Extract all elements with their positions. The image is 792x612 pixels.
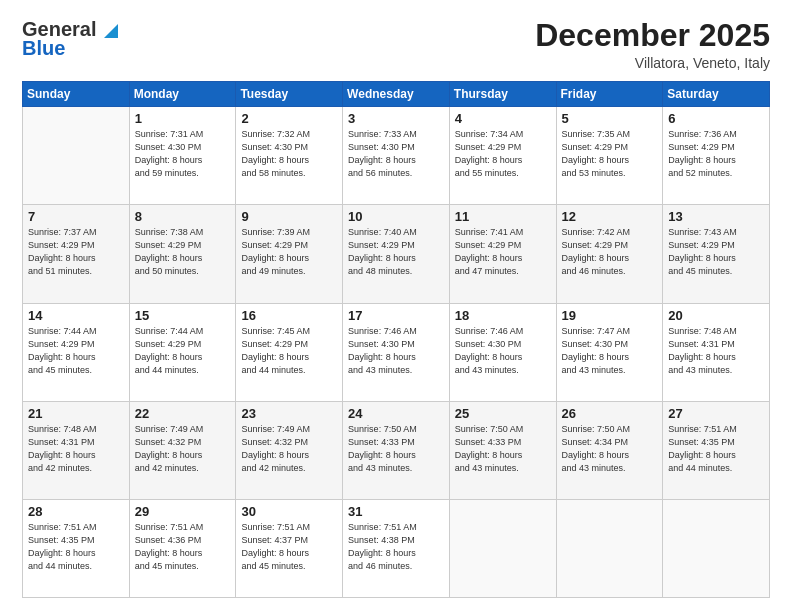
- calendar-cell: 23Sunrise: 7:49 AM Sunset: 4:32 PM Dayli…: [236, 401, 343, 499]
- day-info: Sunrise: 7:51 AM Sunset: 4:35 PM Dayligh…: [668, 423, 764, 475]
- day-info: Sunrise: 7:38 AM Sunset: 4:29 PM Dayligh…: [135, 226, 231, 278]
- day-info: Sunrise: 7:31 AM Sunset: 4:30 PM Dayligh…: [135, 128, 231, 180]
- calendar-cell: 8Sunrise: 7:38 AM Sunset: 4:29 PM Daylig…: [129, 205, 236, 303]
- day-number: 23: [241, 406, 337, 421]
- calendar-cell: 4Sunrise: 7:34 AM Sunset: 4:29 PM Daylig…: [449, 107, 556, 205]
- calendar-cell: 24Sunrise: 7:50 AM Sunset: 4:33 PM Dayli…: [343, 401, 450, 499]
- day-number: 1: [135, 111, 231, 126]
- day-info: Sunrise: 7:48 AM Sunset: 4:31 PM Dayligh…: [668, 325, 764, 377]
- calendar-cell: 27Sunrise: 7:51 AM Sunset: 4:35 PM Dayli…: [663, 401, 770, 499]
- day-number: 30: [241, 504, 337, 519]
- day-number: 4: [455, 111, 551, 126]
- calendar-cell: 18Sunrise: 7:46 AM Sunset: 4:30 PM Dayli…: [449, 303, 556, 401]
- day-number: 13: [668, 209, 764, 224]
- calendar-cell: 3Sunrise: 7:33 AM Sunset: 4:30 PM Daylig…: [343, 107, 450, 205]
- calendar-cell: [23, 107, 130, 205]
- day-info: Sunrise: 7:49 AM Sunset: 4:32 PM Dayligh…: [135, 423, 231, 475]
- calendar-header-monday: Monday: [129, 82, 236, 107]
- day-info: Sunrise: 7:42 AM Sunset: 4:29 PM Dayligh…: [562, 226, 658, 278]
- day-number: 25: [455, 406, 551, 421]
- day-number: 12: [562, 209, 658, 224]
- day-info: Sunrise: 7:36 AM Sunset: 4:29 PM Dayligh…: [668, 128, 764, 180]
- calendar-cell: 29Sunrise: 7:51 AM Sunset: 4:36 PM Dayli…: [129, 499, 236, 597]
- calendar-cell: 7Sunrise: 7:37 AM Sunset: 4:29 PM Daylig…: [23, 205, 130, 303]
- calendar-cell: 22Sunrise: 7:49 AM Sunset: 4:32 PM Dayli…: [129, 401, 236, 499]
- day-number: 6: [668, 111, 764, 126]
- calendar-cell: [663, 499, 770, 597]
- day-info: Sunrise: 7:50 AM Sunset: 4:33 PM Dayligh…: [348, 423, 444, 475]
- calendar-cell: 17Sunrise: 7:46 AM Sunset: 4:30 PM Dayli…: [343, 303, 450, 401]
- day-info: Sunrise: 7:35 AM Sunset: 4:29 PM Dayligh…: [562, 128, 658, 180]
- calendar-cell: 5Sunrise: 7:35 AM Sunset: 4:29 PM Daylig…: [556, 107, 663, 205]
- calendar-cell: 31Sunrise: 7:51 AM Sunset: 4:38 PM Dayli…: [343, 499, 450, 597]
- page: General Blue December 2025 Villatora, Ve…: [0, 0, 792, 612]
- day-info: Sunrise: 7:37 AM Sunset: 4:29 PM Dayligh…: [28, 226, 124, 278]
- logo: General Blue: [22, 18, 118, 60]
- calendar-header-thursday: Thursday: [449, 82, 556, 107]
- calendar-cell: 13Sunrise: 7:43 AM Sunset: 4:29 PM Dayli…: [663, 205, 770, 303]
- day-info: Sunrise: 7:46 AM Sunset: 4:30 PM Dayligh…: [455, 325, 551, 377]
- calendar-table: SundayMondayTuesdayWednesdayThursdayFrid…: [22, 81, 770, 598]
- day-info: Sunrise: 7:41 AM Sunset: 4:29 PM Dayligh…: [455, 226, 551, 278]
- day-info: Sunrise: 7:32 AM Sunset: 4:30 PM Dayligh…: [241, 128, 337, 180]
- title-area: December 2025 Villatora, Veneto, Italy: [535, 18, 770, 71]
- day-info: Sunrise: 7:51 AM Sunset: 4:36 PM Dayligh…: [135, 521, 231, 573]
- calendar-cell: 12Sunrise: 7:42 AM Sunset: 4:29 PM Dayli…: [556, 205, 663, 303]
- calendar-header-sunday: Sunday: [23, 82, 130, 107]
- calendar-week-row: 14Sunrise: 7:44 AM Sunset: 4:29 PM Dayli…: [23, 303, 770, 401]
- calendar-header-row: SundayMondayTuesdayWednesdayThursdayFrid…: [23, 82, 770, 107]
- day-info: Sunrise: 7:46 AM Sunset: 4:30 PM Dayligh…: [348, 325, 444, 377]
- calendar-cell: 6Sunrise: 7:36 AM Sunset: 4:29 PM Daylig…: [663, 107, 770, 205]
- calendar-header-friday: Friday: [556, 82, 663, 107]
- calendar-cell: 26Sunrise: 7:50 AM Sunset: 4:34 PM Dayli…: [556, 401, 663, 499]
- day-number: 5: [562, 111, 658, 126]
- calendar-cell: 9Sunrise: 7:39 AM Sunset: 4:29 PM Daylig…: [236, 205, 343, 303]
- day-info: Sunrise: 7:50 AM Sunset: 4:34 PM Dayligh…: [562, 423, 658, 475]
- day-info: Sunrise: 7:51 AM Sunset: 4:35 PM Dayligh…: [28, 521, 124, 573]
- day-number: 29: [135, 504, 231, 519]
- day-number: 3: [348, 111, 444, 126]
- day-number: 2: [241, 111, 337, 126]
- day-info: Sunrise: 7:47 AM Sunset: 4:30 PM Dayligh…: [562, 325, 658, 377]
- day-info: Sunrise: 7:51 AM Sunset: 4:37 PM Dayligh…: [241, 521, 337, 573]
- day-number: 15: [135, 308, 231, 323]
- day-number: 10: [348, 209, 444, 224]
- calendar-week-row: 7Sunrise: 7:37 AM Sunset: 4:29 PM Daylig…: [23, 205, 770, 303]
- day-info: Sunrise: 7:44 AM Sunset: 4:29 PM Dayligh…: [28, 325, 124, 377]
- svg-marker-0: [104, 24, 118, 38]
- calendar-cell: 14Sunrise: 7:44 AM Sunset: 4:29 PM Dayli…: [23, 303, 130, 401]
- day-info: Sunrise: 7:43 AM Sunset: 4:29 PM Dayligh…: [668, 226, 764, 278]
- day-number: 20: [668, 308, 764, 323]
- calendar-week-row: 28Sunrise: 7:51 AM Sunset: 4:35 PM Dayli…: [23, 499, 770, 597]
- calendar-cell: 21Sunrise: 7:48 AM Sunset: 4:31 PM Dayli…: [23, 401, 130, 499]
- day-info: Sunrise: 7:48 AM Sunset: 4:31 PM Dayligh…: [28, 423, 124, 475]
- calendar-cell: 30Sunrise: 7:51 AM Sunset: 4:37 PM Dayli…: [236, 499, 343, 597]
- calendar-header-wednesday: Wednesday: [343, 82, 450, 107]
- calendar-cell: [449, 499, 556, 597]
- day-number: 31: [348, 504, 444, 519]
- calendar-week-row: 1Sunrise: 7:31 AM Sunset: 4:30 PM Daylig…: [23, 107, 770, 205]
- day-number: 21: [28, 406, 124, 421]
- day-number: 22: [135, 406, 231, 421]
- calendar-cell: 15Sunrise: 7:44 AM Sunset: 4:29 PM Dayli…: [129, 303, 236, 401]
- calendar-cell: 16Sunrise: 7:45 AM Sunset: 4:29 PM Dayli…: [236, 303, 343, 401]
- logo-triangle-icon: [98, 20, 118, 40]
- day-number: 14: [28, 308, 124, 323]
- month-title: December 2025: [535, 18, 770, 53]
- day-info: Sunrise: 7:33 AM Sunset: 4:30 PM Dayligh…: [348, 128, 444, 180]
- calendar-week-row: 21Sunrise: 7:48 AM Sunset: 4:31 PM Dayli…: [23, 401, 770, 499]
- calendar-cell: 28Sunrise: 7:51 AM Sunset: 4:35 PM Dayli…: [23, 499, 130, 597]
- location-subtitle: Villatora, Veneto, Italy: [535, 55, 770, 71]
- day-info: Sunrise: 7:45 AM Sunset: 4:29 PM Dayligh…: [241, 325, 337, 377]
- day-number: 9: [241, 209, 337, 224]
- calendar-cell: [556, 499, 663, 597]
- day-info: Sunrise: 7:49 AM Sunset: 4:32 PM Dayligh…: [241, 423, 337, 475]
- day-number: 19: [562, 308, 658, 323]
- day-info: Sunrise: 7:44 AM Sunset: 4:29 PM Dayligh…: [135, 325, 231, 377]
- day-info: Sunrise: 7:34 AM Sunset: 4:29 PM Dayligh…: [455, 128, 551, 180]
- calendar-cell: 25Sunrise: 7:50 AM Sunset: 4:33 PM Dayli…: [449, 401, 556, 499]
- logo-blue: Blue: [22, 37, 65, 60]
- calendar-header-saturday: Saturday: [663, 82, 770, 107]
- day-number: 28: [28, 504, 124, 519]
- day-number: 27: [668, 406, 764, 421]
